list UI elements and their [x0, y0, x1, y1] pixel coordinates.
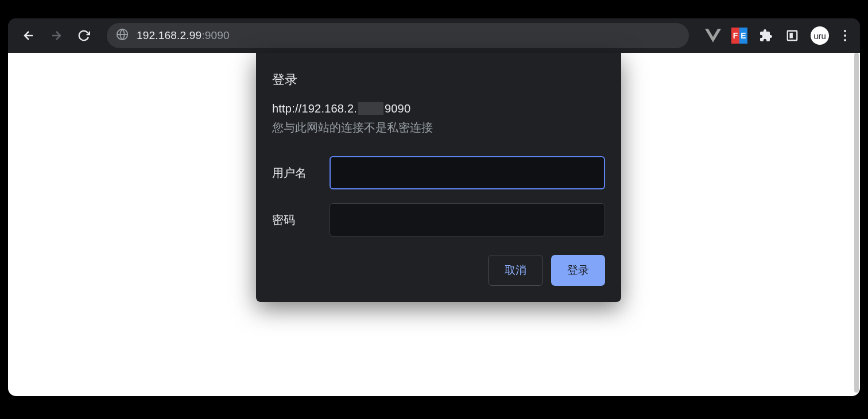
dialog-actions: 取消 登录	[272, 255, 605, 286]
extensions-area: F E uru	[700, 26, 851, 45]
browser-toolbar: 192.168.2.99:9090 F E	[8, 18, 860, 53]
url-host: 192.168.2.99	[137, 29, 202, 41]
cancel-button[interactable]: 取消	[488, 255, 543, 286]
url-port: :9090	[202, 29, 230, 41]
fe-extension-icon[interactable]: F E	[731, 28, 747, 44]
password-input[interactable]	[330, 203, 605, 236]
browser-window: 192.168.2.99:9090 F E	[8, 18, 860, 396]
vue-extension-icon[interactable]	[705, 28, 721, 44]
username-label: 用户名	[272, 165, 330, 181]
password-row: 密码	[272, 203, 605, 236]
dialog-warning: 您与此网站的连接不是私密连接	[272, 120, 605, 135]
reload-button[interactable]	[72, 24, 95, 47]
http-auth-dialog: 登录 http://192.168.2.9090 您与此网站的连接不是私密连接 …	[256, 53, 621, 302]
browser-menu-button[interactable]	[839, 30, 851, 41]
profile-avatar[interactable]: uru	[811, 26, 829, 45]
dialog-title: 登录	[272, 71, 605, 88]
extensions-icon[interactable]	[758, 28, 774, 44]
back-button[interactable]	[17, 24, 40, 47]
reading-list-icon[interactable]	[784, 28, 800, 44]
svg-rect-3	[789, 33, 793, 38]
password-label: 密码	[272, 212, 330, 228]
url-text: 192.168.2.99:9090	[137, 29, 230, 42]
avatar-label: uru	[813, 31, 826, 41]
username-input[interactable]	[330, 156, 605, 189]
scrollbar[interactable]	[854, 53, 859, 393]
redacted-segment	[358, 102, 383, 115]
submit-button[interactable]: 登录	[551, 255, 605, 286]
address-bar[interactable]: 192.168.2.99:9090	[107, 23, 689, 48]
forward-button[interactable]	[45, 24, 68, 47]
username-row: 用户名	[272, 156, 605, 189]
globe-icon	[116, 28, 129, 43]
nav-buttons	[17, 24, 95, 47]
dialog-url: http://192.168.2.9090	[272, 102, 605, 115]
